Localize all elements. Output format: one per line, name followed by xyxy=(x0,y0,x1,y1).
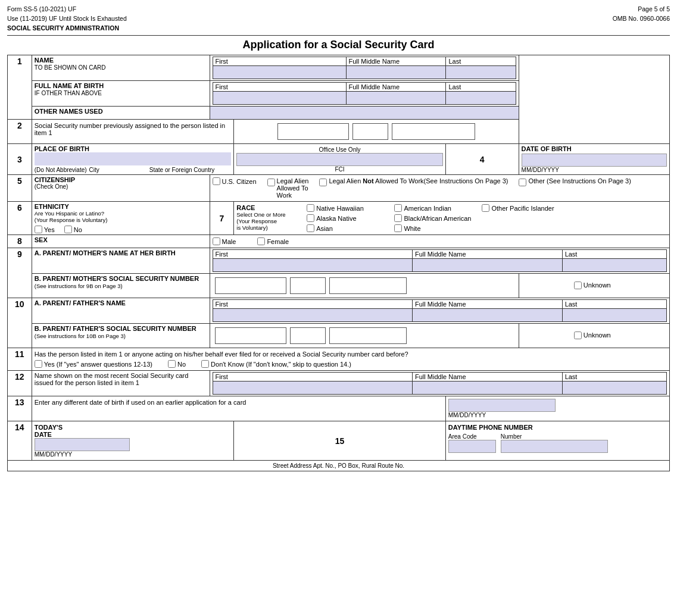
father-ssn-part2[interactable] xyxy=(290,327,326,344)
birth-middle-field[interactable] xyxy=(349,93,444,103)
prev-card-no-checkbox[interactable] xyxy=(168,360,176,368)
birth-first-field[interactable] xyxy=(216,93,344,103)
office-use-field[interactable] xyxy=(236,153,443,166)
row-8-label: SEX xyxy=(32,235,210,248)
mother-first-label: First xyxy=(213,250,412,259)
form-number: Form SS-5 (10-2021) UF xyxy=(7,5,127,14)
prev-card-dontknow[interactable]: Don't Know (If "don't know," skip to que… xyxy=(201,360,351,368)
race-asian-checkbox[interactable] xyxy=(307,224,314,232)
race-native-hawaiian[interactable]: Native Hawaiian xyxy=(307,204,383,212)
citizenship-other-checkbox[interactable] xyxy=(519,179,526,186)
prev-card-last-input[interactable] xyxy=(562,382,666,395)
citizenship-legal-alien-allowed-checkbox[interactable] xyxy=(267,179,275,186)
other-names-field[interactable] xyxy=(213,108,516,118)
row-14-num: 14 xyxy=(8,421,32,461)
birth-middle-input[interactable] xyxy=(346,92,446,105)
mother-first-input[interactable] xyxy=(213,259,412,272)
father-middle-input[interactable] xyxy=(413,309,563,322)
name-last-field[interactable] xyxy=(448,67,513,77)
race-american-indian[interactable]: American Indian xyxy=(394,204,471,212)
diff-dob-input[interactable] xyxy=(448,399,556,412)
ethnicity-yes-checkbox[interactable] xyxy=(35,226,42,233)
ethnicity-no-checkbox[interactable] xyxy=(64,226,72,233)
father-middle-field[interactable] xyxy=(415,310,560,320)
citizenship-legal-alien-not-allowed-checkbox[interactable] xyxy=(319,179,327,186)
citizenship-opt2[interactable]: Legal AlienAllowed ToWork xyxy=(267,177,309,199)
race-alaska-native-checkbox[interactable] xyxy=(307,214,314,222)
phone-area-input[interactable] xyxy=(448,440,496,453)
mother-ssn-unknown[interactable]: Unknown xyxy=(574,282,611,289)
name-first-field[interactable] xyxy=(216,67,344,77)
other-names-input[interactable] xyxy=(210,107,519,120)
father-last-input[interactable] xyxy=(562,309,666,322)
prev-card-last-field[interactable] xyxy=(565,383,664,393)
citizenship-opt3[interactable]: Legal Alien Not Allowed To Work(See Inst… xyxy=(319,177,508,186)
mother-last-field[interactable] xyxy=(565,260,664,270)
ssn-part3[interactable] xyxy=(392,123,475,140)
prev-card-yes[interactable]: Yes (If "yes" answer questions 12-13) xyxy=(35,360,152,368)
ethnicity-yes[interactable]: Yes xyxy=(35,226,55,233)
mother-last-input[interactable] xyxy=(562,259,666,272)
citizenship-us-citizen-checkbox[interactable] xyxy=(213,177,220,185)
prev-card-first-input[interactable] xyxy=(213,382,412,395)
father-first-input[interactable] xyxy=(213,309,412,322)
mother-middle-input[interactable] xyxy=(413,259,563,272)
phone-number-input[interactable] xyxy=(501,440,608,453)
prev-card-middle-field[interactable] xyxy=(415,383,560,393)
father-first-field[interactable] xyxy=(216,310,410,320)
race-black-african-checkbox[interactable] xyxy=(394,214,402,222)
prev-card-no[interactable]: No xyxy=(168,360,186,368)
father-ssn-part1[interactable] xyxy=(215,327,286,344)
race-white[interactable]: White xyxy=(394,224,471,232)
birth-first-input[interactable] xyxy=(213,92,346,105)
mother-first-field[interactable] xyxy=(216,260,410,270)
row-7-num: 7 xyxy=(210,202,234,235)
race-asian[interactable]: Asian xyxy=(307,224,383,232)
mother-ssn-part3[interactable] xyxy=(329,277,407,294)
mother-middle-field[interactable] xyxy=(415,260,560,270)
ethnicity-no[interactable]: No xyxy=(64,226,82,233)
place-birth-input[interactable] xyxy=(35,152,232,165)
father-ssn-unknown-checkbox[interactable] xyxy=(574,332,582,339)
father-ssn-unknown[interactable]: Unknown xyxy=(574,332,611,339)
citizenship-opt1[interactable]: U.S. Citizen xyxy=(213,177,257,185)
mother-ssn-unknown-checkbox[interactable] xyxy=(574,282,582,289)
place-birth-field[interactable] xyxy=(35,152,232,165)
prev-card-dontknow-checkbox[interactable] xyxy=(201,360,209,368)
citizenship-opt4[interactable]: Other (See Instructions On Page 3) xyxy=(519,177,631,186)
prev-card-yes-checkbox[interactable] xyxy=(35,360,42,368)
name-first-input[interactable] xyxy=(213,66,346,79)
father-last-field[interactable] xyxy=(565,310,664,320)
row-9b: B. PARENT/ MOTHER'S SOCIAL SECURITY NUMB… xyxy=(8,274,670,298)
mother-ssn-part1[interactable] xyxy=(215,277,286,294)
father-last-label: Last xyxy=(562,300,666,309)
row-6-7: 6 ETHNICITY Are You Hispanic or Latino? … xyxy=(8,202,670,235)
row-10a-inputs: First Full Middle Name Last xyxy=(210,298,669,324)
prev-card-first-field[interactable] xyxy=(216,383,410,393)
birth-last-input[interactable] xyxy=(446,92,516,105)
dob-input[interactable] xyxy=(522,154,667,167)
race-alaska-native[interactable]: Alaska Native xyxy=(307,214,383,222)
sex-female-checkbox[interactable] xyxy=(257,237,265,245)
ssn-part1[interactable] xyxy=(277,123,349,140)
sex-male[interactable]: Male xyxy=(213,237,236,245)
prev-card-middle-input[interactable] xyxy=(413,382,563,395)
race-american-indian-checkbox[interactable] xyxy=(394,204,402,212)
race-white-checkbox[interactable] xyxy=(394,224,402,232)
birth-last-field[interactable] xyxy=(448,93,513,103)
name-last-input[interactable] xyxy=(446,66,516,79)
name-middle-input[interactable] xyxy=(346,66,446,79)
form-title: Application for a Social Security Card xyxy=(7,35,670,51)
race-other-pacific-checkbox[interactable] xyxy=(482,204,489,212)
mother-ssn-part2[interactable] xyxy=(290,277,326,294)
sex-male-checkbox[interactable] xyxy=(213,237,220,245)
name-middle-field[interactable] xyxy=(349,67,444,77)
race-black-african[interactable]: Black/African American xyxy=(394,214,471,222)
sex-female[interactable]: Female xyxy=(257,237,289,245)
father-first-label: First xyxy=(213,300,412,309)
race-other-pacific[interactable]: Other Pacific Islander xyxy=(482,204,559,212)
today-date-input[interactable] xyxy=(35,438,130,451)
ssn-part2[interactable] xyxy=(352,123,388,140)
father-ssn-part3[interactable] xyxy=(329,327,407,344)
race-native-hawaiian-checkbox[interactable] xyxy=(307,204,314,212)
